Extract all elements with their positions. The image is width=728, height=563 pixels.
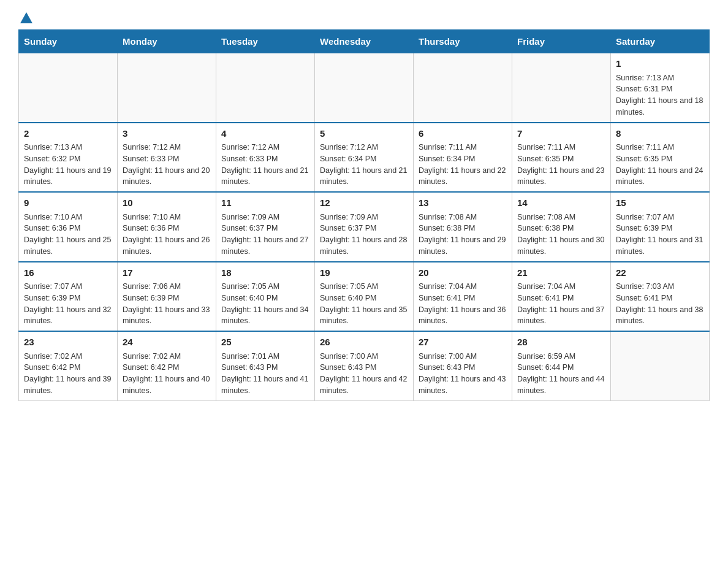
calendar-day-cell: 3Sunrise: 7:12 AMSunset: 6:33 PMDaylight… (118, 123, 216, 193)
calendar-day-cell: 4Sunrise: 7:12 AMSunset: 6:33 PMDaylight… (216, 123, 315, 193)
day-number: 26 (320, 335, 408, 350)
day-number: 9 (24, 196, 112, 210)
sunrise-text: Sunrise: 7:05 AM (221, 281, 309, 293)
daylight-text: Daylight: 11 hours and 41 minutes. (221, 373, 309, 397)
col-wednesday: Wednesday (315, 30, 414, 53)
sunrise-text: Sunrise: 7:05 AM (320, 281, 408, 293)
sunset-text: Sunset: 6:41 PM (419, 293, 507, 304)
daylight-text: Daylight: 11 hours and 30 minutes. (517, 234, 605, 258)
calendar-day-cell: 22Sunrise: 7:03 AMSunset: 6:41 PMDayligh… (611, 262, 710, 332)
daylight-text: Daylight: 11 hours and 36 minutes. (419, 304, 507, 327)
sunrise-text: Sunrise: 7:03 AM (616, 281, 704, 293)
calendar-week-row: 9Sunrise: 7:10 AMSunset: 6:36 PMDaylight… (19, 192, 710, 262)
daylight-text: Daylight: 11 hours and 29 minutes. (419, 234, 507, 258)
sunrise-text: Sunrise: 7:08 AM (419, 212, 507, 223)
sunset-text: Sunset: 6:40 PM (320, 293, 408, 304)
calendar-week-row: 16Sunrise: 7:07 AMSunset: 6:39 PMDayligh… (19, 262, 710, 332)
sunset-text: Sunset: 6:33 PM (123, 153, 211, 165)
daylight-text: Daylight: 11 hours and 39 minutes. (24, 373, 112, 397)
daylight-text: Daylight: 11 hours and 38 minutes. (616, 304, 704, 327)
sunset-text: Sunset: 6:37 PM (221, 223, 309, 234)
sunset-text: Sunset: 6:44 PM (517, 362, 605, 373)
day-number: 11 (221, 196, 309, 210)
calendar-day-cell: 13Sunrise: 7:08 AMSunset: 6:38 PMDayligh… (414, 192, 512, 262)
daylight-text: Daylight: 11 hours and 24 minutes. (616, 165, 704, 188)
sunset-text: Sunset: 6:35 PM (517, 153, 605, 165)
sunrise-text: Sunrise: 7:10 AM (24, 212, 112, 223)
calendar-day-cell (216, 53, 315, 123)
day-number: 1 (616, 57, 704, 71)
daylight-text: Daylight: 11 hours and 23 minutes. (517, 165, 605, 188)
sunrise-text: Sunrise: 7:13 AM (616, 72, 704, 84)
daylight-text: Daylight: 11 hours and 25 minutes. (24, 234, 112, 258)
sunset-text: Sunset: 6:32 PM (24, 153, 112, 165)
calendar-day-cell: 18Sunrise: 7:05 AMSunset: 6:40 PMDayligh… (216, 262, 315, 332)
logo-triangle-icon (20, 12, 32, 23)
sunrise-text: Sunrise: 7:11 AM (616, 142, 704, 153)
day-number: 3 (123, 127, 211, 141)
calendar-day-cell: 11Sunrise: 7:09 AMSunset: 6:37 PMDayligh… (216, 192, 315, 262)
sunset-text: Sunset: 6:39 PM (616, 223, 704, 234)
day-number: 24 (123, 335, 211, 350)
col-monday: Monday (118, 30, 216, 53)
sunrise-text: Sunrise: 7:01 AM (221, 351, 309, 362)
sunset-text: Sunset: 6:34 PM (320, 153, 408, 165)
day-number: 17 (123, 266, 211, 280)
sunrise-text: Sunrise: 7:11 AM (419, 142, 507, 153)
day-number: 8 (616, 127, 704, 141)
day-number: 18 (221, 266, 309, 280)
day-number: 4 (221, 127, 309, 141)
daylight-text: Daylight: 11 hours and 40 minutes. (123, 373, 211, 397)
col-saturday: Saturday (611, 30, 710, 53)
day-number: 23 (24, 335, 112, 350)
sunrise-text: Sunrise: 7:04 AM (517, 281, 605, 293)
sunrise-text: Sunrise: 7:12 AM (221, 142, 309, 153)
sunset-text: Sunset: 6:38 PM (517, 223, 605, 234)
logo (18, 12, 32, 23)
daylight-text: Daylight: 11 hours and 43 minutes. (419, 373, 507, 397)
sunset-text: Sunset: 6:33 PM (221, 153, 309, 165)
sunset-text: Sunset: 6:39 PM (24, 293, 112, 304)
daylight-text: Daylight: 11 hours and 18 minutes. (616, 95, 704, 118)
calendar-day-cell: 1Sunrise: 7:13 AMSunset: 6:31 PMDaylight… (611, 53, 710, 123)
calendar-day-cell: 20Sunrise: 7:04 AMSunset: 6:41 PMDayligh… (414, 262, 512, 332)
calendar-day-cell: 28Sunrise: 6:59 AMSunset: 6:44 PMDayligh… (512, 331, 611, 400)
calendar-week-row: 23Sunrise: 7:02 AMSunset: 6:42 PMDayligh… (19, 331, 710, 400)
calendar-day-cell: 25Sunrise: 7:01 AMSunset: 6:43 PMDayligh… (216, 331, 315, 400)
col-friday: Friday (512, 30, 611, 53)
sunset-text: Sunset: 6:35 PM (616, 153, 704, 165)
daylight-text: Daylight: 11 hours and 42 minutes. (320, 373, 408, 397)
day-number: 25 (221, 335, 309, 350)
calendar-week-row: 1Sunrise: 7:13 AMSunset: 6:31 PMDaylight… (19, 53, 710, 123)
col-sunday: Sunday (19, 30, 118, 53)
col-tuesday: Tuesday (216, 30, 315, 53)
sunrise-text: Sunrise: 7:08 AM (517, 212, 605, 223)
daylight-text: Daylight: 11 hours and 37 minutes. (517, 304, 605, 327)
daylight-text: Daylight: 11 hours and 20 minutes. (123, 165, 211, 188)
calendar-day-cell: 7Sunrise: 7:11 AMSunset: 6:35 PMDaylight… (512, 123, 611, 193)
sunrise-text: Sunrise: 7:13 AM (24, 142, 112, 153)
daylight-text: Daylight: 11 hours and 19 minutes. (24, 165, 112, 188)
calendar-day-cell: 23Sunrise: 7:02 AMSunset: 6:42 PMDayligh… (19, 331, 118, 400)
sunrise-text: Sunrise: 7:00 AM (419, 351, 507, 362)
daylight-text: Daylight: 11 hours and 22 minutes. (419, 165, 507, 188)
sunrise-text: Sunrise: 7:10 AM (123, 212, 211, 223)
daylight-text: Daylight: 11 hours and 35 minutes. (320, 304, 408, 327)
day-number: 28 (517, 335, 605, 350)
sunrise-text: Sunrise: 7:12 AM (320, 142, 408, 153)
calendar-day-cell: 27Sunrise: 7:00 AMSunset: 6:43 PMDayligh… (414, 331, 512, 400)
day-number: 13 (419, 196, 507, 210)
daylight-text: Daylight: 11 hours and 31 minutes. (616, 234, 704, 258)
calendar-day-cell: 15Sunrise: 7:07 AMSunset: 6:39 PMDayligh… (611, 192, 710, 262)
page-header (18, 12, 710, 23)
calendar-day-cell: 19Sunrise: 7:05 AMSunset: 6:40 PMDayligh… (315, 262, 414, 332)
sunset-text: Sunset: 6:43 PM (419, 362, 507, 373)
calendar-day-cell: 26Sunrise: 7:00 AMSunset: 6:43 PMDayligh… (315, 331, 414, 400)
day-number: 16 (24, 266, 112, 280)
calendar-day-cell: 17Sunrise: 7:06 AMSunset: 6:39 PMDayligh… (118, 262, 216, 332)
sunset-text: Sunset: 6:38 PM (419, 223, 507, 234)
calendar-day-cell: 5Sunrise: 7:12 AMSunset: 6:34 PMDaylight… (315, 123, 414, 193)
sunrise-text: Sunrise: 7:07 AM (24, 281, 112, 293)
day-number: 6 (419, 127, 507, 141)
calendar-header: Sunday Monday Tuesday Wednesday Thursday… (19, 30, 710, 53)
